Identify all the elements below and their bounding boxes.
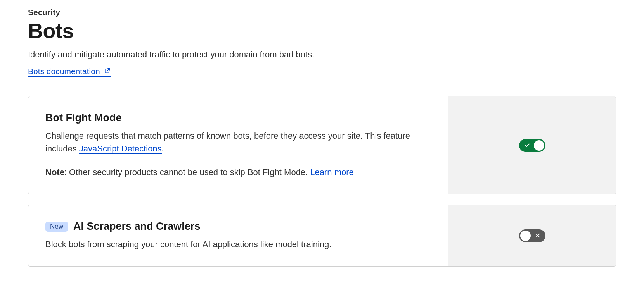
card-bot-fight-mode: Bot Fight Mode Challenge requests that m… [28,96,616,194]
card-desc-ai-scrapers: Block bots from scraping your content fo… [45,238,431,251]
doc-link-label: Bots documentation [28,67,100,76]
learn-more-link[interactable]: Learn more [310,167,354,177]
x-icon [535,233,540,238]
desc-text-2: . [162,144,164,153]
toggle-knob [534,140,544,151]
check-icon [525,143,530,148]
breadcrumb: Security [28,8,616,17]
toggle-bot-fight-mode[interactable] [519,139,545,152]
javascript-detections-link[interactable]: JavaScript Detections [79,144,162,154]
page-subtitle: Identify and mitigate automated traffic … [28,50,616,60]
card-note-bot-fight-mode: Note: Other security products cannot be … [45,166,431,179]
new-badge: New [45,222,68,232]
card-side-panel [448,96,616,194]
page-title: Bots [28,19,616,43]
card-side-panel [448,205,616,266]
bots-documentation-link[interactable]: Bots documentation [28,67,111,77]
toggle-knob [520,231,531,241]
card-title-ai-scrapers: AI Scrapers and Crawlers [73,220,200,232]
external-link-icon [103,67,111,76]
card-title-bot-fight-mode: Bot Fight Mode [45,112,121,124]
toggle-ai-scrapers[interactable] [519,229,545,242]
note-text: : Other security products cannot be used… [64,167,310,177]
card-content: New AI Scrapers and Crawlers Block bots … [28,205,448,266]
note-label: Note [45,167,64,177]
card-content: Bot Fight Mode Challenge requests that m… [28,96,448,194]
card-desc-bot-fight-mode: Challenge requests that match patterns o… [45,129,431,155]
card-ai-scrapers: New AI Scrapers and Crawlers Block bots … [28,205,616,267]
